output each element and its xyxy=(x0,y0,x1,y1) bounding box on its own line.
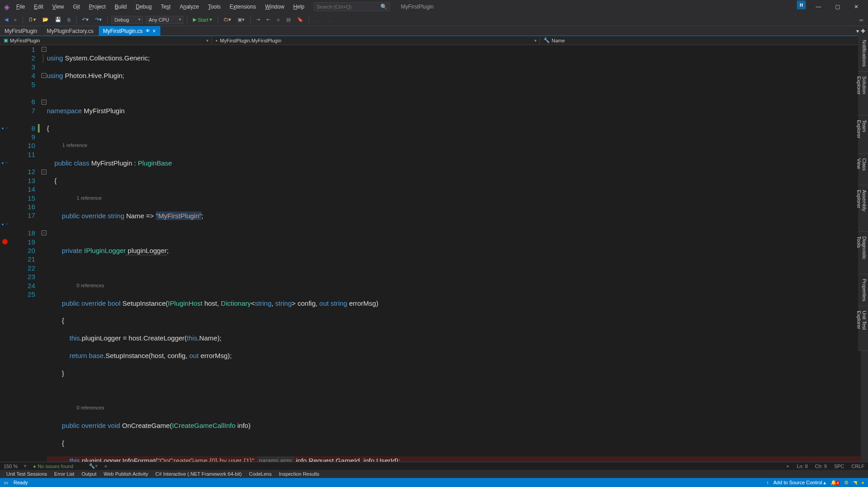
close-icon[interactable]: × xyxy=(153,28,156,34)
code-content[interactable]: using System.Collections.Generic; using … xyxy=(47,45,861,462)
side-tab-class-view[interactable]: Class View xyxy=(858,154,868,185)
menu-build[interactable]: Build xyxy=(111,2,131,12)
side-tab-assembly-explorer[interactable]: Assembly Explorer xyxy=(858,185,868,232)
menu-extensions[interactable]: Extensions xyxy=(226,2,260,12)
side-tab-notifications[interactable]: Notifications xyxy=(858,35,868,72)
publish-icon[interactable]: ↑ xyxy=(767,480,769,485)
tb-icon-dim1[interactable]: … xyxy=(313,16,321,23)
tb-icon-step1[interactable]: ⇥ xyxy=(254,16,262,23)
status-extra-icon[interactable]: ◥ xyxy=(853,480,857,486)
menu-analyze[interactable]: Analyze xyxy=(176,2,203,12)
menu-window[interactable]: Window xyxy=(261,2,288,12)
folding-column[interactable]: − − − − − xyxy=(41,45,47,462)
live-share-icon[interactable]: ⫘ xyxy=(857,16,865,23)
solution-platform-dropdown[interactable]: Any CPU xyxy=(146,16,183,24)
codelens-link[interactable]: 0 references xyxy=(77,281,104,290)
caret-line[interactable]: Ln: 8 xyxy=(797,464,808,469)
status-dot-icon[interactable]: ● xyxy=(861,480,864,485)
tb-icon-bookmark[interactable]: 🔖 xyxy=(295,16,305,23)
tab-mypluginfactory[interactable]: MyPluginFactory.cs xyxy=(42,26,99,36)
menu-tools[interactable]: Tools xyxy=(204,2,224,12)
nav-forward-button[interactable]: ▸ xyxy=(13,16,19,23)
menu-git[interactable]: Git xyxy=(69,2,83,12)
tab-myfirstplugin-project[interactable]: MyFirstPlugin xyxy=(0,26,42,36)
tb-icon-dim2[interactable]: … xyxy=(324,16,333,23)
open-file-button[interactable]: 📂 xyxy=(41,16,50,23)
t: SetupInstance( xyxy=(120,299,168,308)
fold-icon[interactable]: − xyxy=(41,170,46,175)
tool-output[interactable]: Output xyxy=(78,470,100,478)
tb-icon-browse[interactable]: 🗀▾ xyxy=(222,16,233,23)
menu-view[interactable]: View xyxy=(49,2,68,12)
suggestion-glyph-icon[interactable]: ● ﹀ xyxy=(1,161,8,165)
maximize-button[interactable]: ▢ xyxy=(828,0,846,13)
user-avatar[interactable]: H xyxy=(797,0,806,9)
undo-button[interactable]: ↶▾ xyxy=(80,16,91,23)
suggestion-glyph-icon[interactable]: ● ﹀ xyxy=(1,222,8,227)
codelens-link[interactable]: 1 reference xyxy=(62,141,87,150)
feedback-icon[interactable]: ⚙ xyxy=(844,480,849,486)
save-button[interactable]: 💾 xyxy=(53,16,63,23)
tool-error-list[interactable]: Error List xyxy=(50,470,78,478)
nav-right-icon[interactable]: ▸ xyxy=(787,463,790,469)
redo-button[interactable]: ↷▾ xyxy=(93,16,104,23)
nav-member-dropdown[interactable]: 🔧 Name xyxy=(540,37,868,44)
tab-overflow-dropdown[interactable]: ▾ xyxy=(856,28,859,34)
start-debug-button[interactable]: ▶ Start ▾ xyxy=(191,16,214,23)
line-ending[interactable]: CRLF xyxy=(851,464,864,469)
save-all-button[interactable]: ⎘ xyxy=(66,16,73,23)
tab-add-button[interactable]: ✚ xyxy=(861,28,865,34)
nav-back-button[interactable]: ◀ xyxy=(3,16,10,23)
fold-icon[interactable]: − xyxy=(41,73,46,78)
pin-icon[interactable]: 👁 xyxy=(146,28,150,33)
side-tab-unit-test-explorer[interactable]: Unit Test Explorer xyxy=(858,306,868,351)
tb-icon-comment[interactable]: ▤ xyxy=(284,16,292,23)
nav-type-dropdown[interactable]: 🞘 MyFirstPlugin.MyFirstPlugin xyxy=(212,37,540,44)
new-project-button[interactable]: 🗋▾ xyxy=(27,16,38,23)
tb-icon-app[interactable]: ▣▾ xyxy=(236,16,247,23)
menu-file[interactable]: FFileile xyxy=(13,2,28,12)
suggestion-glyph-icon[interactable]: ● ﹀ xyxy=(1,126,8,131)
indent-mode[interactable]: SPC xyxy=(834,464,845,469)
fold-icon[interactable]: − xyxy=(41,47,46,52)
add-to-source-control[interactable]: Add to Source Control ▴ xyxy=(773,480,826,486)
close-window-button[interactable]: ✕ xyxy=(847,0,865,13)
minimize-button[interactable]: — xyxy=(809,0,827,13)
side-tab-properties[interactable]: Properties xyxy=(858,274,868,306)
tool-csharp-interactive[interactable]: C# Interactive (.NET Framework 64-bit) xyxy=(152,470,246,478)
tool-unit-test-sessions[interactable]: Unit Test Sessions xyxy=(3,470,50,478)
menu-project[interactable]: Project xyxy=(85,2,109,12)
caret-char[interactable]: Ch: 9 xyxy=(815,464,827,469)
quick-search[interactable]: 🔍 xyxy=(314,2,390,11)
zoom-level[interactable]: 150 % xyxy=(4,464,18,469)
side-tab-diagnostic-tools[interactable]: Diagnostic Tools xyxy=(858,232,868,274)
nav-scope-icon[interactable]: 🔧▾ xyxy=(89,463,98,469)
tool-web-publish[interactable]: Web Publish Activity xyxy=(100,470,152,478)
tab-myfirstplugin-cs[interactable]: MyFirstPlugin.cs 👁 × xyxy=(99,26,161,36)
tool-codelens[interactable]: CodeLens xyxy=(246,470,275,478)
side-tab-solution-explorer[interactable]: Solution Explorer xyxy=(858,72,868,115)
tb-icon-step3[interactable]: ≡ xyxy=(275,16,281,23)
issues-indicator[interactable]: ● No issues found xyxy=(33,464,73,469)
nav-left-icon[interactable]: ◂ xyxy=(104,463,107,469)
breakpoint-icon[interactable] xyxy=(2,239,8,244)
fold-icon[interactable]: − xyxy=(41,230,46,235)
t: { xyxy=(47,439,64,447)
fold-icon[interactable]: − xyxy=(41,100,46,105)
menu-edit[interactable]: Edit xyxy=(30,2,47,12)
tb-icon-step2[interactable]: ⇤ xyxy=(265,16,272,23)
code-editor[interactable]: ● ﹀ ● ﹀ ● ﹀ 12345 67 891011 121314151617… xyxy=(0,45,868,462)
glyph-margin[interactable]: ● ﹀ ● ﹀ ● ﹀ xyxy=(0,45,10,462)
codelens-link[interactable]: 0 references xyxy=(77,404,104,412)
search-input[interactable] xyxy=(317,4,371,9)
menu-debug[interactable]: Debug xyxy=(132,2,155,12)
menu-test[interactable]: Test xyxy=(157,2,174,12)
line-number-gutter[interactable]: 12345 67 891011 121314151617 18192021222… xyxy=(10,45,38,462)
menu-help[interactable]: Help xyxy=(290,2,308,12)
nav-scope-dropdown[interactable]: ▣ MyFirstPlugin xyxy=(0,37,212,44)
tool-inspection-results[interactable]: Inspection Results xyxy=(275,470,323,478)
side-tab-team-explorer[interactable]: Team Explorer xyxy=(858,115,868,154)
codelens-link[interactable]: 1 reference xyxy=(77,194,102,202)
notifications-icon[interactable]: 🔔4 xyxy=(831,480,840,486)
solution-config-dropdown[interactable]: Debug xyxy=(111,16,143,24)
